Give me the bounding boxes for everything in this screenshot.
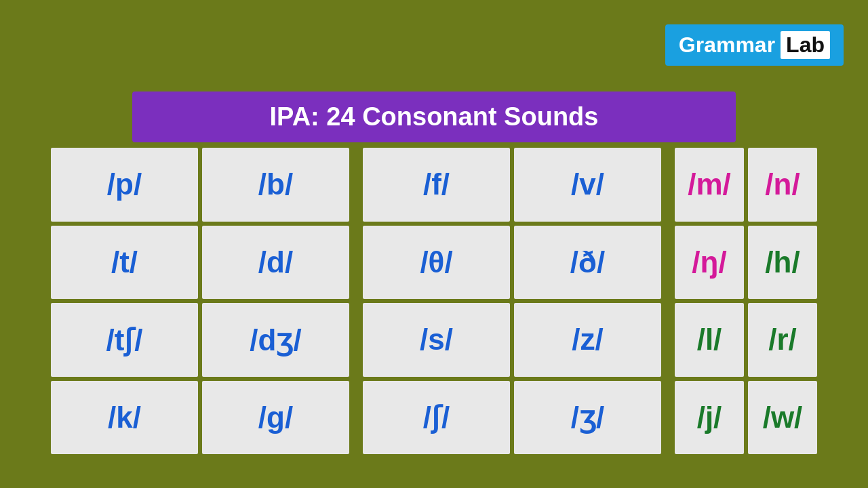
grid-cell[interactable]: /s/ <box>363 303 510 377</box>
ipa-symbol: /dʒ/ <box>250 323 301 357</box>
grid-cell[interactable]: /b/ <box>202 148 349 222</box>
ipa-symbol: /g/ <box>258 401 293 434</box>
ipa-symbol: /ʃ/ <box>423 400 450 434</box>
grid-cell[interactable]: /m/ <box>675 148 744 222</box>
grid-cell[interactable]: /j/ <box>675 381 744 455</box>
logo-grammar: Grammar <box>679 33 775 58</box>
title-text: IPA: 24 Consonant Sounds <box>270 102 599 131</box>
grid-cell[interactable]: /g/ <box>202 381 349 455</box>
ipa-symbol: /θ/ <box>420 245 452 279</box>
ipa-symbol: /ʒ/ <box>571 400 604 434</box>
grid-wrapper: /p//b//t//d//tʃ//dʒ//k//g/ /f//v//θ//ð//… <box>51 148 817 454</box>
grid-cell[interactable]: /v/ <box>514 148 661 222</box>
ipa-symbol: /t/ <box>111 245 138 279</box>
ipa-symbol: /p/ <box>107 167 142 201</box>
ipa-symbol: /w/ <box>763 401 803 434</box>
ipa-symbol: /m/ <box>688 167 731 201</box>
grid-cell[interactable]: /dʒ/ <box>202 303 349 377</box>
ipa-symbol: /v/ <box>571 167 604 201</box>
grid-cell[interactable]: /d/ <box>202 226 349 300</box>
grid-cell[interactable]: /p/ <box>51 148 198 222</box>
grid-cell[interactable]: /tʃ/ <box>51 303 198 377</box>
grid-cell[interactable]: /ʒ/ <box>514 381 661 455</box>
title-banner: IPA: 24 Consonant Sounds <box>132 92 736 142</box>
logo: Grammar Lab <box>665 24 844 66</box>
grid-cell[interactable]: /ʃ/ <box>363 381 510 455</box>
ipa-symbol: /l/ <box>697 323 722 357</box>
grid-cell[interactable]: /f/ <box>363 148 510 222</box>
ipa-symbol: /ð/ <box>570 245 605 279</box>
ipa-symbol: /d/ <box>258 245 293 279</box>
grid-cell[interactable]: /θ/ <box>363 226 510 300</box>
ipa-symbol: /h/ <box>765 245 800 279</box>
ipa-symbol: /tʃ/ <box>106 323 142 357</box>
middle-grid: /f//v//θ//ð//s//z//ʃ//ʒ/ <box>363 148 661 454</box>
ipa-symbol: /s/ <box>420 323 453 357</box>
ipa-symbol: /n/ <box>765 167 800 201</box>
ipa-symbol: /j/ <box>697 401 722 434</box>
right-grid: /m//n//ŋ//h//l//r//j//w/ <box>675 148 817 454</box>
grid-cell[interactable]: /h/ <box>748 226 817 300</box>
ipa-symbol: /f/ <box>423 167 450 201</box>
ipa-symbol: /z/ <box>572 323 603 357</box>
grid-cell[interactable]: /ŋ/ <box>675 226 744 300</box>
ipa-symbol: /b/ <box>258 167 293 201</box>
logo-lab: Lab <box>781 31 830 59</box>
left-grid: /p//b//t//d//tʃ//dʒ//k//g/ <box>51 148 349 454</box>
grid-cell[interactable]: /k/ <box>51 381 198 455</box>
ipa-symbol: /r/ <box>768 323 797 357</box>
ipa-symbol: /k/ <box>108 401 141 434</box>
ipa-symbol: /ŋ/ <box>692 245 726 279</box>
grid-cell[interactable]: /z/ <box>514 303 661 377</box>
grid-cell[interactable]: /ð/ <box>514 226 661 300</box>
grid-cell[interactable]: /n/ <box>748 148 817 222</box>
grid-cell[interactable]: /r/ <box>748 303 817 377</box>
grid-cell[interactable]: /t/ <box>51 226 198 300</box>
grid-cell[interactable]: /l/ <box>675 303 744 377</box>
grid-cell[interactable]: /w/ <box>748 381 817 455</box>
